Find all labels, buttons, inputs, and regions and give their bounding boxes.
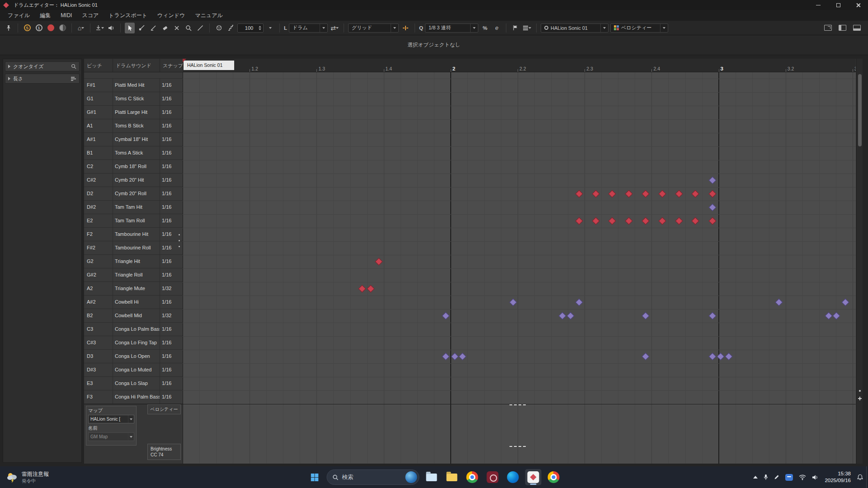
tray-chevron-icon[interactable] [753, 476, 758, 479]
cubase-taskbar-button[interactable] [525, 469, 542, 485]
pitch-cell[interactable]: D#3 [84, 363, 113, 376]
vertical-scrollbar[interactable] [856, 59, 863, 464]
note-E2[interactable] [659, 217, 666, 225]
drum-row-C#3[interactable]: C#3Conga Lo Fing Tap1/16 [84, 336, 183, 350]
note-A#2[interactable] [509, 299, 517, 306]
sound-cell[interactable]: Tambourine Roll [113, 241, 160, 254]
select-arrow[interactable] [128, 415, 134, 423]
note-D2[interactable] [659, 190, 666, 198]
drumstick-tool-button[interactable] [137, 23, 146, 33]
pitch-cell[interactable]: E3 [84, 377, 113, 390]
pitch-cell[interactable]: E2 [84, 214, 113, 227]
browser-button[interactable] [546, 469, 562, 485]
note-E2[interactable] [709, 217, 717, 225]
note-D2[interactable] [592, 190, 600, 198]
controller-lane-tab[interactable]: ベロシティー [147, 404, 181, 414]
note-B2[interactable] [559, 312, 566, 320]
quantize-select[interactable]: 1/8 3 連符 [425, 23, 478, 33]
pitch-cell[interactable]: G2 [84, 255, 113, 268]
drum-row-G#1[interactable]: G#1Piatti Large Hit1/16 [84, 106, 183, 119]
note-D3[interactable] [709, 353, 717, 361]
note-D3[interactable] [459, 353, 467, 361]
midi-input-button[interactable] [214, 23, 224, 33]
note-D2[interactable] [576, 190, 583, 198]
drum-row-F#2[interactable]: F#2Tambourine Roll1/16 [84, 241, 183, 255]
drum-row-E2[interactable]: E2Tam Tam Roll1/16 [84, 214, 183, 228]
trim-tool-button[interactable] [148, 23, 158, 33]
drum-row-F3[interactable]: F3Conga Hi Palm Bass1/16 [84, 390, 183, 404]
snap-cell[interactable]: 1/32 [160, 309, 183, 322]
pitch-cell[interactable]: G1 [84, 92, 113, 105]
pitch-cell[interactable]: G#2 [84, 268, 113, 282]
note-A2[interactable] [359, 285, 366, 293]
pitch-cell[interactable]: A2 [84, 282, 113, 295]
select-arrow[interactable] [470, 24, 478, 32]
menu-item-6[interactable]: マニュアル [190, 10, 227, 21]
menu-item-4[interactable]: トランスポート [104, 10, 152, 21]
zoom-tool-button[interactable] [184, 23, 193, 33]
pitch-cell[interactable]: D2 [84, 187, 113, 200]
edge-button[interactable] [505, 469, 521, 485]
note-D2[interactable] [675, 190, 683, 198]
sound-cell[interactable]: Conga Lo Open [113, 350, 160, 363]
pitch-column-header[interactable]: ピッチ [84, 59, 113, 72]
controller-lane[interactable] [183, 404, 856, 464]
sound-cell[interactable]: Triangle Mute [113, 282, 160, 295]
pitch-cell[interactable]: F#1 [84, 79, 113, 92]
minimize-button[interactable] [808, 0, 828, 10]
pitch-cell[interactable]: D#2 [84, 201, 113, 214]
note-D3[interactable] [725, 353, 732, 361]
sound-cell[interactable]: Cymb 20" Hit [113, 174, 160, 187]
snap-cell[interactable]: 1/16 [160, 201, 183, 214]
snap-cell[interactable]: 1/16 [160, 79, 183, 92]
microphone-icon[interactable] [764, 474, 768, 480]
window-zones-button[interactable]: ⌂ [76, 23, 86, 33]
pitch-cell[interactable]: D3 [84, 350, 113, 363]
note-A2[interactable] [367, 285, 375, 293]
active-part-select[interactable]: HALion Sonic 01 [541, 23, 609, 33]
snap-cell[interactable]: 1/16 [160, 214, 183, 227]
timeline-ruler[interactable]: HALion Sonic 01 1.21.31.422.22.32.433.23… [183, 59, 856, 72]
chat-icon[interactable] [785, 474, 793, 481]
snap-cell[interactable]: 1/16 [160, 187, 183, 200]
drum-row-C#2[interactable]: C#2Cymb 20" Hit1/16 [84, 174, 183, 187]
menu-item-5[interactable]: ウィンドウ [152, 10, 190, 21]
sound-cell[interactable]: Triangle Hit [113, 255, 160, 268]
drum-row-E3[interactable]: E3Conga Lo Slap1/16 [84, 377, 183, 390]
snap-cell[interactable]: 1/16 [160, 268, 183, 282]
note-E2[interactable] [642, 217, 650, 225]
media-app-button[interactable] [485, 469, 501, 485]
volume-icon[interactable] [812, 474, 819, 480]
pitch-cell[interactable]: F#2 [84, 241, 113, 254]
part-layers-button[interactable] [522, 23, 532, 33]
snap-cell[interactable]: 1/16 [160, 133, 183, 146]
pitch-cell[interactable]: G#1 [84, 106, 113, 119]
menu-item-2[interactable]: MIDI [56, 10, 77, 21]
tray-clock[interactable]: 15:38 2025/09/16 [825, 470, 851, 484]
open-in-window-button[interactable] [823, 23, 833, 33]
sound-cell[interactable]: Toms C Stick [113, 92, 160, 105]
map-name-select[interactable]: GM Map [88, 432, 134, 441]
splitter-handle[interactable] [179, 234, 180, 252]
sound-cell[interactable]: Conga Lo Palm Bass [113, 323, 160, 336]
snap-cell[interactable]: 1/16 [160, 119, 183, 132]
taskbar-search[interactable]: 検索 [327, 469, 420, 485]
left-zone-button[interactable] [837, 23, 847, 33]
note-B2[interactable] [442, 312, 450, 320]
snap-cell[interactable]: 1/16 [160, 160, 183, 173]
inspector-section-length[interactable]: 長さ [5, 74, 80, 84]
event-color-select[interactable]: ベロシティー [610, 23, 668, 33]
select-arrow[interactable] [320, 24, 327, 32]
drum-row-D#2[interactable]: D#2Tam Tam Hit1/16 [84, 201, 183, 214]
note-G2[interactable] [375, 258, 383, 266]
half-circle-button[interactable] [57, 23, 67, 33]
drum-row-F#1[interactable]: F#1Piatti Med Hit1/16 [84, 79, 183, 92]
note-length-select[interactable]: ドラム [289, 23, 328, 33]
menu-item-3[interactable]: スコア [77, 10, 104, 21]
pitch-cell[interactable]: B1 [84, 146, 113, 160]
search-highlight-globe[interactable] [406, 471, 417, 483]
pitch-cell[interactable]: F2 [84, 228, 113, 241]
sound-cell[interactable]: Conga Hi Palm Bass [113, 390, 160, 404]
sound-cell[interactable]: Cymbal 18" Hit [113, 133, 160, 146]
solo-button[interactable]: S [22, 23, 32, 33]
